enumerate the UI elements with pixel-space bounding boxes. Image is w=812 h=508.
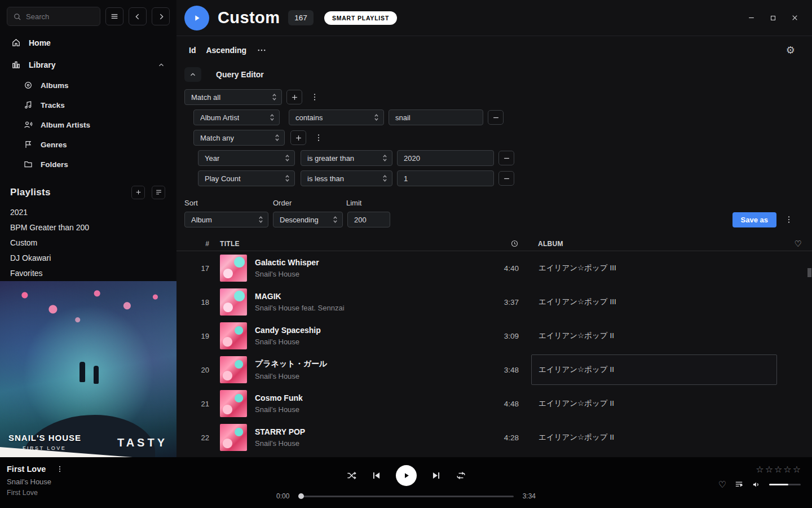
scrollbar-thumb[interactable]	[807, 268, 811, 277]
column-album[interactable]: ALBUM	[531, 240, 777, 248]
track-title: Cosmo Funk	[255, 393, 488, 402]
table-row[interactable]: 18 MAGIK Snail's House feat. Sennzai 3:3…	[176, 285, 812, 319]
match-all-select[interactable]: Match all	[184, 89, 282, 105]
table-row[interactable]: 21 Cosmo Funk Snail's House 4:48 エイリアン☆ポ…	[176, 387, 812, 421]
rule-field-select[interactable]: Year	[198, 150, 295, 166]
rule-field-select[interactable]: Album Artist	[193, 110, 280, 125]
query-rule-row: Year is greater than	[198, 150, 812, 166]
subgroup-menu-button[interactable]	[311, 133, 326, 142]
track-album[interactable]: エイリアン☆ポップ II	[531, 321, 777, 351]
play-pause-button[interactable]	[396, 465, 417, 486]
match-any-select[interactable]: Match any	[193, 130, 285, 146]
star-icon[interactable]: ☆	[756, 464, 764, 475]
sort-field-label[interactable]: Id	[189, 46, 196, 55]
star-icon[interactable]: ☆	[774, 464, 782, 475]
library-icon	[11, 60, 21, 69]
column-duration[interactable]	[488, 239, 519, 248]
close-button[interactable]	[791, 14, 798, 21]
page-title: Custom	[218, 8, 280, 27]
maximize-button[interactable]	[770, 14, 776, 21]
collapse-query-editor-button[interactable]	[184, 67, 201, 82]
remove-rule-button[interactable]	[488, 110, 504, 125]
sidebar-item-library[interactable]: Library	[0, 54, 176, 76]
playlist-item[interactable]: BPM Greater than 200	[0, 220, 176, 235]
sort-order-label[interactable]: Ascending	[206, 46, 246, 55]
volume-button[interactable]	[752, 480, 761, 489]
table-row[interactable]: 22 STARRY POP Snail's House 4:28 エイリアン☆ポ…	[176, 421, 812, 454]
add-playlist-button[interactable]	[131, 186, 145, 199]
playlist-item[interactable]: Favorites	[0, 266, 176, 281]
previous-button[interactable]	[371, 470, 382, 481]
repeat-button[interactable]	[456, 470, 466, 481]
search-input[interactable]	[26, 12, 94, 21]
rule-operator-select[interactable]: contains	[289, 110, 384, 125]
forward-button[interactable]	[152, 7, 170, 25]
star-icon[interactable]: ☆	[793, 464, 801, 475]
track-album[interactable]: エイリアン☆ポップ II	[531, 388, 777, 419]
table-row[interactable]: 20 プラネット・ガール Snail's House 3:48 エイリアン☆ポッ…	[176, 353, 812, 387]
limit-input[interactable]	[347, 212, 390, 227]
now-playing-title: First Love	[7, 465, 46, 474]
skip-previous-icon	[371, 470, 382, 481]
now-playing-artwork[interactable]: SNAIL'S HOUSE FIRST LOVE TASTY	[0, 281, 176, 457]
playlist-item[interactable]: DJ Okawari	[0, 251, 176, 266]
seek-handle[interactable]	[298, 493, 304, 499]
volume-slider[interactable]	[769, 484, 801, 485]
now-playing-album[interactable]: First Love	[7, 489, 176, 497]
now-playing-artist[interactable]: Snail's House	[7, 478, 176, 486]
sidebar-item-folders[interactable]: Folders	[0, 155, 176, 174]
save-as-button[interactable]: Save as	[732, 212, 776, 227]
play-playlist-button[interactable]	[184, 6, 209, 30]
column-number[interactable]: #	[190, 240, 209, 248]
rule-value-input[interactable]	[397, 170, 494, 186]
minimize-button[interactable]	[748, 14, 755, 21]
rule-value-input[interactable]	[397, 150, 494, 166]
queue-button[interactable]	[734, 480, 744, 489]
remove-rule-button[interactable]	[498, 171, 514, 186]
playlist-item[interactable]: 2021	[0, 205, 176, 220]
track-album[interactable]: エイリアン☆ポップ III	[531, 287, 777, 317]
more-options-button[interactable]	[257, 45, 267, 55]
playlist-list-button[interactable]	[152, 186, 165, 199]
sort-select[interactable]: Album	[184, 212, 268, 227]
column-title[interactable]: TITLE	[220, 240, 488, 248]
ellipsis-icon	[257, 45, 267, 55]
rule-value-input[interactable]	[389, 110, 483, 125]
settings-button[interactable]: ⚙	[786, 45, 795, 55]
playlist-item[interactable]: Custom	[0, 235, 176, 251]
search-box[interactable]	[7, 7, 100, 26]
table-header: # TITLE ALBUM ♡	[176, 237, 812, 251]
remove-rule-button[interactable]	[498, 151, 514, 165]
save-menu-button[interactable]	[781, 215, 797, 224]
seek-bar[interactable]	[298, 496, 513, 497]
order-select[interactable]: Descending	[273, 212, 343, 227]
sidebar-item-genres[interactable]: Genres	[0, 135, 176, 155]
rule-operator-select[interactable]: is less than	[301, 170, 392, 186]
table-row[interactable]: 19 Candy Spaceship Snail's House 3:09 エイ…	[176, 319, 812, 353]
sidebar-item-album-artists[interactable]: Album Artists	[0, 115, 176, 135]
scrollbar[interactable]	[807, 251, 812, 457]
favorite-button[interactable]: ♡	[718, 479, 726, 490]
column-favorite[interactable]: ♡	[777, 239, 802, 249]
now-playing-menu-button[interactable]	[52, 465, 67, 473]
track-album-selected[interactable]: エイリアン☆ポップ II	[531, 354, 777, 385]
shuffle-button[interactable]	[346, 470, 357, 481]
menu-button[interactable]	[105, 7, 123, 25]
sidebar-item-label: Genres	[41, 141, 67, 149]
close-icon	[791, 14, 798, 21]
star-icon[interactable]: ☆	[765, 464, 773, 475]
rule-operator-select[interactable]: is greater than	[301, 150, 392, 166]
star-icon[interactable]: ☆	[783, 464, 791, 475]
add-subrule-button[interactable]	[290, 130, 306, 145]
sidebar-item-albums[interactable]: Albums	[0, 76, 176, 95]
table-row[interactable]: 17 Galactic Whisper Snail's House 4:40 エ…	[176, 251, 812, 285]
rule-group-menu-button[interactable]	[307, 93, 323, 102]
track-album[interactable]: エイリアン☆ポップ II	[531, 422, 777, 453]
back-button[interactable]	[129, 7, 147, 25]
track-album[interactable]: エイリアン☆ポップ III	[531, 253, 777, 283]
next-button[interactable]	[431, 470, 442, 481]
sidebar-item-tracks[interactable]: Tracks	[0, 95, 176, 115]
rule-field-select[interactable]: Play Count	[198, 170, 295, 186]
add-rule-button[interactable]	[286, 90, 302, 104]
sidebar-item-home[interactable]: Home	[0, 32, 176, 54]
